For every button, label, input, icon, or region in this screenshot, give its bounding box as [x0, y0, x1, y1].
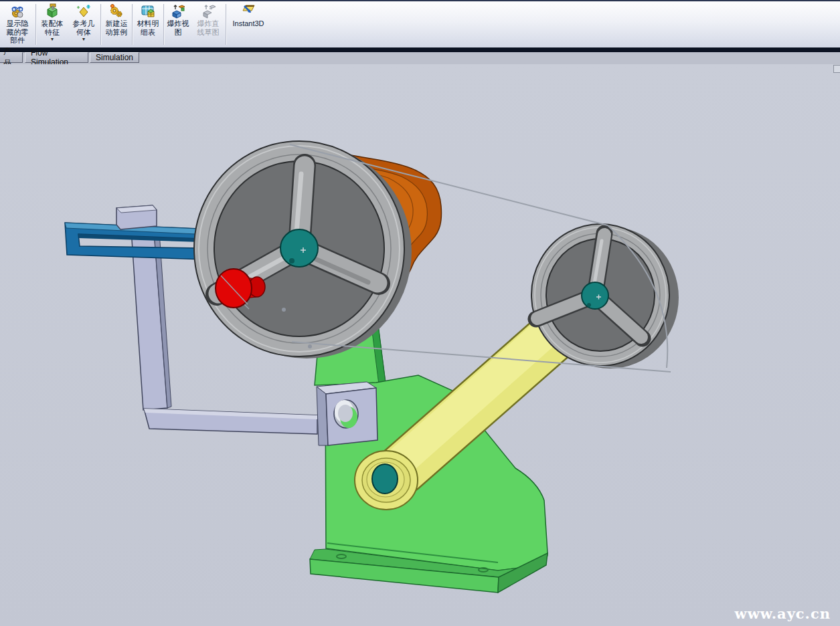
- dropdown-arrow-icon[interactable]: ▾: [51, 37, 54, 42]
- toolbar-separator: [132, 4, 133, 45]
- show-hidden-components-icon: [9, 3, 25, 19]
- show-hidden-components-button[interactable]: 显示隐藏的零部件: [0, 1, 35, 47]
- bill-of-materials-icon: [140, 3, 156, 19]
- button-label: 显示隐藏的零部件: [5, 19, 30, 45]
- button-label: 爆炸视图: [166, 19, 191, 36]
- button-label: 材料明细表: [136, 19, 161, 36]
- new-motion-study-button[interactable]: 新建运动算例: [102, 1, 131, 47]
- belt-vertex-dot: [282, 308, 286, 312]
- assembly-features-icon: [44, 3, 60, 19]
- assembly-features-button[interactable]: 装配体特征 ▾: [37, 1, 68, 47]
- dropdown-arrow-icon[interactable]: ▾: [82, 37, 85, 42]
- button-label: 装配体特征: [40, 19, 65, 36]
- command-toolbar: 显示隐藏的零部件 装配体特征 ▾: [0, 0, 840, 52]
- bill-of-materials-button[interactable]: 材料明细表: [133, 1, 163, 47]
- lavender-link-top-block[interactable]: [116, 205, 157, 229]
- tab-bar: 产品 Flow Simulation Simulation: [0, 52, 840, 64]
- graphics-viewport[interactable]: www.ayc.cn: [0, 64, 840, 626]
- button-label: 爆炸直线草图: [196, 19, 221, 36]
- collapsed-panel-icon[interactable]: [833, 65, 840, 73]
- exploded-view-icon: [170, 3, 186, 19]
- tab-simulation[interactable]: Simulation: [90, 52, 139, 63]
- reference-geometry-icon: [76, 3, 92, 19]
- belt-vertex-dot: [308, 344, 312, 348]
- toolbar-separator: [35, 4, 36, 45]
- tab-product[interactable]: 产品: [0, 52, 23, 63]
- instant3d-icon: [240, 3, 257, 19]
- button-label: Instant3D: [232, 19, 264, 28]
- button-label: 新建运动算例: [104, 19, 129, 36]
- exploded-view-button[interactable]: 爆炸视图: [165, 1, 191, 47]
- solidworks-window: 显示隐藏的零部件 装配体特征 ▾: [0, 0, 840, 626]
- lavender-l-link-foot[interactable]: [144, 382, 377, 445]
- explode-line-sketch-button[interactable]: 爆炸直线草图: [191, 1, 225, 47]
- explode-line-sketch-icon: [200, 3, 216, 19]
- assembly-model: [0, 64, 840, 626]
- toolbar-separator: [163, 4, 164, 45]
- toolbar-separator: [226, 4, 226, 45]
- toolbar-separator: [100, 4, 101, 45]
- button-label: 参考几何体: [72, 19, 96, 36]
- reference-geometry-button[interactable]: 参考几何体 ▾: [68, 1, 100, 47]
- tab-flow-simulation[interactable]: Flow Simulation: [25, 52, 88, 63]
- watermark: www.ayc.cn: [735, 605, 831, 622]
- new-motion-study-icon: [108, 3, 124, 19]
- instant3d-button[interactable]: Instant3D: [227, 1, 270, 47]
